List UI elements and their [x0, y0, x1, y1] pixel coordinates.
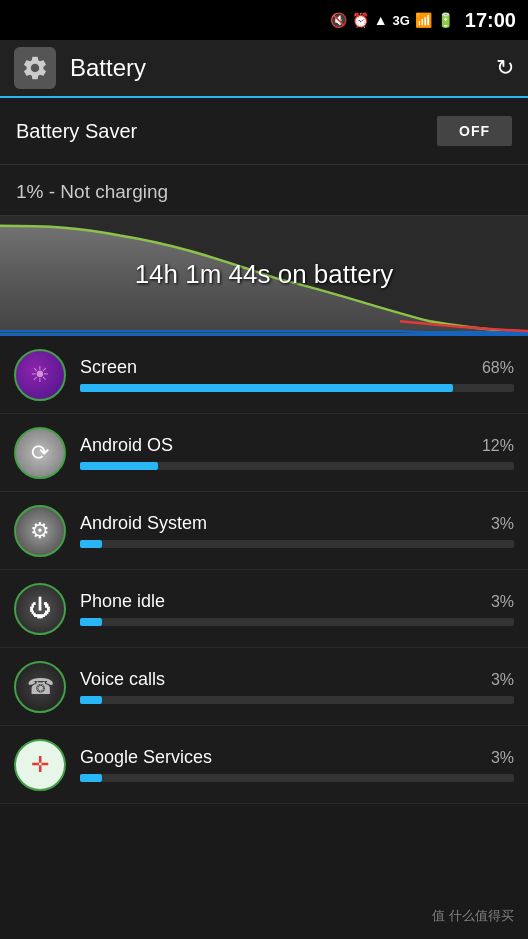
toolbar: Battery ↻ [0, 40, 528, 98]
app-name-row: Android System 3% [80, 513, 514, 534]
app-percent: 3% [491, 749, 514, 767]
app-icon-screen: ☀ [14, 349, 66, 401]
app-percent: 3% [491, 593, 514, 611]
status-icons: 🔇 ⏰ ▲ 3G 📶 🔋 17:00 [330, 9, 516, 32]
battery-time-text: 14h 1m 44s on battery [135, 259, 394, 290]
app-icon-symbol: ⏻ [29, 596, 51, 622]
app-name: Android OS [80, 435, 173, 456]
settings-icon-wrap [14, 47, 56, 89]
app-list-item[interactable]: ☀ Screen 68% [0, 336, 528, 414]
app-list: ☀ Screen 68% ⟳ Android OS 12% ⚙ [0, 336, 528, 804]
signal-icon: 📶 [415, 12, 432, 28]
battery-saver-row: Battery Saver OFF [0, 98, 528, 165]
app-info: Android OS 12% [80, 435, 514, 470]
app-list-item[interactable]: ✛ Google Services 3% [0, 726, 528, 804]
app-bar-bg [80, 618, 514, 626]
app-list-item[interactable]: ⟳ Android OS 12% [0, 414, 528, 492]
status-time: 17:00 [465, 9, 516, 32]
app-name: Android System [80, 513, 207, 534]
charging-text: 1% - Not charging [16, 181, 168, 202]
app-name-row: Android OS 12% [80, 435, 514, 456]
app-icon-voice: ☎ [14, 661, 66, 713]
app-icon-symbol: ☎ [27, 674, 54, 700]
app-icon-symbol: ✛ [31, 752, 49, 778]
watermark: 值 什么值得买 [432, 907, 514, 925]
app-info: Screen 68% [80, 357, 514, 392]
app-icon-android-os: ⟳ [14, 427, 66, 479]
gear-icon [21, 54, 49, 82]
app-bar-bg [80, 384, 514, 392]
app-bar-bg [80, 462, 514, 470]
app-bar-fill [80, 696, 102, 704]
wifi-icon: ▲ [374, 12, 388, 28]
app-bar-bg [80, 540, 514, 548]
app-name: Google Services [80, 747, 212, 768]
app-list-item[interactable]: ☎ Voice calls 3% [0, 648, 528, 726]
mute-icon: 🔇 [330, 12, 347, 28]
app-icon-symbol: ☀ [30, 362, 50, 388]
app-name: Phone idle [80, 591, 165, 612]
app-bar-fill [80, 774, 102, 782]
battery-icon: 🔋 [437, 12, 454, 28]
app-bar-fill [80, 540, 102, 548]
app-info: Android System 3% [80, 513, 514, 548]
app-name-row: Screen 68% [80, 357, 514, 378]
app-list-item[interactable]: ⚙ Android System 3% [0, 492, 528, 570]
app-icon-android-sys: ⚙ [14, 505, 66, 557]
app-name-row: Voice calls 3% [80, 669, 514, 690]
battery-saver-toggle[interactable]: OFF [437, 116, 512, 146]
app-percent: 12% [482, 437, 514, 455]
app-percent: 68% [482, 359, 514, 377]
page-title: Battery [70, 54, 496, 82]
app-bar-fill [80, 462, 158, 470]
app-percent: 3% [491, 671, 514, 689]
charging-status-row: 1% - Not charging [0, 165, 528, 216]
app-name-row: Phone idle 3% [80, 591, 514, 612]
app-bar-fill [80, 618, 102, 626]
battery-graph[interactable]: 14h 1m 44s on battery [0, 216, 528, 336]
alarm-icon: ⏰ [352, 12, 369, 28]
app-percent: 3% [491, 515, 514, 533]
app-bar-bg [80, 774, 514, 782]
app-bar-fill [80, 384, 453, 392]
status-bar: 🔇 ⏰ ▲ 3G 📶 🔋 17:00 [0, 0, 528, 40]
app-icon-phone-idle: ⏻ [14, 583, 66, 635]
3g-icon: 3G [393, 13, 410, 28]
app-info: Google Services 3% [80, 747, 514, 782]
app-list-item[interactable]: ⏻ Phone idle 3% [0, 570, 528, 648]
content-area: Battery Saver OFF 1% - Not charging [0, 98, 528, 804]
app-bar-bg [80, 696, 514, 704]
app-icon-google: ✛ [14, 739, 66, 791]
battery-time-overlay: 14h 1m 44s on battery [0, 216, 528, 333]
battery-saver-label: Battery Saver [16, 120, 137, 143]
app-icon-symbol: ⚙ [30, 518, 50, 544]
app-info: Phone idle 3% [80, 591, 514, 626]
app-name-row: Google Services 3% [80, 747, 514, 768]
app-name: Screen [80, 357, 137, 378]
app-info: Voice calls 3% [80, 669, 514, 704]
app-name: Voice calls [80, 669, 165, 690]
app-icon-symbol: ⟳ [31, 440, 49, 466]
refresh-button[interactable]: ↻ [496, 55, 514, 81]
